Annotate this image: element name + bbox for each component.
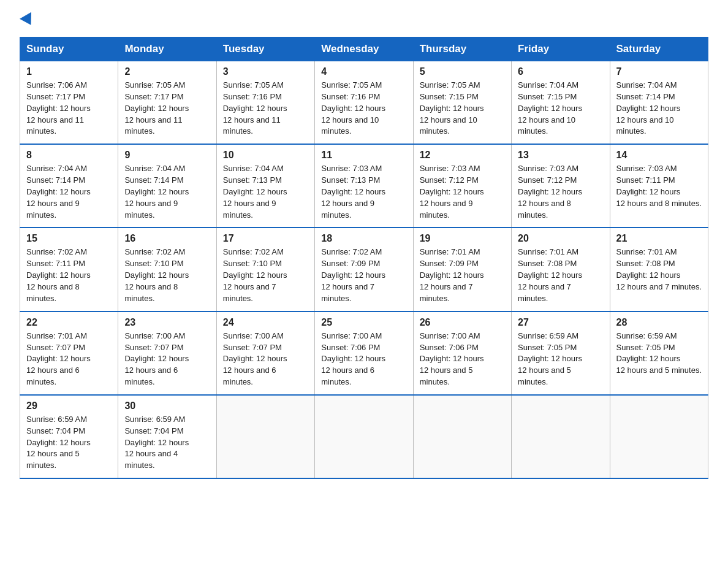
day-info: Sunrise: 7:01 AMSunset: 7:09 PMDaylight:… (420, 247, 484, 302)
calendar-day-cell: 8 Sunrise: 7:04 AMSunset: 7:14 PMDayligh… (20, 144, 118, 228)
day-info: Sunrise: 7:04 AMSunset: 7:13 PMDaylight:… (223, 164, 287, 219)
day-info: Sunrise: 7:03 AMSunset: 7:12 PMDaylight:… (420, 164, 484, 219)
calendar-day-cell: 2 Sunrise: 7:05 AMSunset: 7:17 PMDayligh… (118, 61, 216, 145)
calendar-day-cell: 3 Sunrise: 7:05 AMSunset: 7:16 PMDayligh… (216, 61, 314, 145)
day-info: Sunrise: 7:00 AMSunset: 7:07 PMDaylight:… (223, 331, 287, 386)
calendar-day-cell: 20 Sunrise: 7:01 AMSunset: 7:08 PMDaylig… (512, 228, 610, 311)
calendar-day-cell: 5 Sunrise: 7:05 AMSunset: 7:15 PMDayligh… (413, 61, 511, 145)
calendar-header-row: SundayMondayTuesdayWednesdayThursdayFrid… (20, 37, 708, 61)
header-sunday: Sunday (20, 37, 118, 61)
calendar-day-cell: 11 Sunrise: 7:03 AMSunset: 7:13 PMDaylig… (315, 144, 413, 228)
day-info: Sunrise: 7:05 AMSunset: 7:15 PMDaylight:… (420, 80, 484, 136)
calendar-week-row: 29 Sunrise: 6:59 AMSunset: 7:04 PMDaylig… (20, 395, 708, 478)
day-info: Sunrise: 7:02 AMSunset: 7:10 PMDaylight:… (124, 247, 189, 302)
day-number: 29 (26, 400, 112, 412)
calendar-day-cell: 27 Sunrise: 6:59 AMSunset: 7:05 PMDaylig… (512, 312, 610, 395)
day-info: Sunrise: 7:00 AMSunset: 7:07 PMDaylight:… (124, 331, 189, 386)
day-number: 8 (26, 150, 112, 161)
day-number: 14 (616, 150, 702, 161)
day-info: Sunrise: 6:59 AMSunset: 7:05 PMDaylight:… (518, 331, 582, 386)
day-info: Sunrise: 7:05 AMSunset: 7:16 PMDaylight:… (321, 80, 385, 136)
calendar-day-cell: 6 Sunrise: 7:04 AMSunset: 7:15 PMDayligh… (512, 61, 610, 145)
day-number: 6 (518, 66, 603, 77)
day-number: 19 (420, 233, 505, 244)
calendar-day-cell: 21 Sunrise: 7:01 AMSunset: 7:08 PMDaylig… (610, 228, 708, 311)
header-wednesday: Wednesday (315, 37, 413, 61)
header-friday: Friday (512, 37, 610, 61)
day-number: 2 (124, 66, 210, 77)
day-number: 4 (321, 66, 406, 77)
day-number: 30 (124, 400, 210, 412)
calendar-day-cell: 10 Sunrise: 7:04 AMSunset: 7:13 PMDaylig… (216, 144, 314, 228)
calendar-day-cell: 9 Sunrise: 7:04 AMSunset: 7:14 PMDayligh… (118, 144, 216, 228)
day-number: 13 (518, 150, 603, 161)
day-number: 24 (223, 317, 308, 328)
calendar-day-cell (512, 395, 610, 478)
calendar-day-cell: 24 Sunrise: 7:00 AMSunset: 7:07 PMDaylig… (216, 312, 314, 395)
calendar-week-row: 1 Sunrise: 7:06 AMSunset: 7:17 PMDayligh… (20, 61, 708, 145)
day-number: 9 (124, 150, 210, 161)
calendar-day-cell: 23 Sunrise: 7:00 AMSunset: 7:07 PMDaylig… (118, 312, 216, 395)
day-info: Sunrise: 7:00 AMSunset: 7:06 PMDaylight:… (420, 331, 484, 386)
day-info: Sunrise: 7:02 AMSunset: 7:10 PMDaylight:… (223, 247, 287, 302)
calendar-day-cell: 15 Sunrise: 7:02 AMSunset: 7:11 PMDaylig… (20, 228, 118, 311)
day-number: 18 (321, 233, 406, 244)
day-info: Sunrise: 7:04 AMSunset: 7:14 PMDaylight:… (616, 80, 681, 136)
calendar-day-cell: 18 Sunrise: 7:02 AMSunset: 7:09 PMDaylig… (315, 228, 413, 311)
calendar-table: SundayMondayTuesdayWednesdayThursdayFrid… (20, 37, 708, 479)
day-number: 17 (223, 233, 308, 244)
day-info: Sunrise: 7:02 AMSunset: 7:09 PMDaylight:… (321, 247, 385, 302)
calendar-week-row: 8 Sunrise: 7:04 AMSunset: 7:14 PMDayligh… (20, 144, 708, 228)
header-monday: Monday (118, 37, 216, 61)
day-number: 22 (26, 317, 112, 328)
day-number: 5 (420, 66, 505, 77)
day-number: 26 (420, 317, 505, 328)
day-number: 20 (518, 233, 603, 244)
header-saturday: Saturday (610, 37, 708, 61)
day-number: 25 (321, 317, 406, 328)
logo-triangle-icon (20, 12, 37, 29)
day-info: Sunrise: 7:02 AMSunset: 7:11 PMDaylight:… (26, 247, 91, 302)
day-info: Sunrise: 7:04 AMSunset: 7:14 PMDaylight:… (124, 164, 189, 219)
calendar-day-cell: 28 Sunrise: 6:59 AMSunset: 7:05 PMDaylig… (610, 312, 708, 395)
calendar-day-cell: 17 Sunrise: 7:02 AMSunset: 7:10 PMDaylig… (216, 228, 314, 311)
calendar-day-cell (216, 395, 314, 478)
day-info: Sunrise: 6:59 AMSunset: 7:04 PMDaylight:… (124, 415, 189, 470)
header-thursday: Thursday (413, 37, 511, 61)
day-number: 3 (223, 66, 308, 77)
header-tuesday: Tuesday (216, 37, 314, 61)
day-info: Sunrise: 7:01 AMSunset: 7:08 PMDaylight:… (518, 247, 582, 302)
calendar-day-cell: 22 Sunrise: 7:01 AMSunset: 7:07 PMDaylig… (20, 312, 118, 395)
day-number: 28 (616, 317, 702, 328)
day-info: Sunrise: 7:03 AMSunset: 7:12 PMDaylight:… (518, 164, 582, 219)
page-header (20, 15, 708, 26)
logo (20, 15, 35, 26)
calendar-day-cell: 30 Sunrise: 6:59 AMSunset: 7:04 PMDaylig… (118, 395, 216, 478)
calendar-day-cell: 13 Sunrise: 7:03 AMSunset: 7:12 PMDaylig… (512, 144, 610, 228)
day-number: 11 (321, 150, 406, 161)
day-number: 12 (420, 150, 505, 161)
day-number: 15 (26, 233, 112, 244)
calendar-day-cell: 12 Sunrise: 7:03 AMSunset: 7:12 PMDaylig… (413, 144, 511, 228)
day-number: 1 (26, 66, 112, 77)
day-info: Sunrise: 7:05 AMSunset: 7:16 PMDaylight:… (223, 80, 287, 136)
calendar-week-row: 22 Sunrise: 7:01 AMSunset: 7:07 PMDaylig… (20, 312, 708, 395)
day-info: Sunrise: 7:00 AMSunset: 7:06 PMDaylight:… (321, 331, 385, 386)
day-number: 7 (616, 66, 702, 77)
day-info: Sunrise: 6:59 AMSunset: 7:05 PMDaylight:… (616, 331, 702, 375)
calendar-day-cell: 29 Sunrise: 6:59 AMSunset: 7:04 PMDaylig… (20, 395, 118, 478)
day-info: Sunrise: 7:04 AMSunset: 7:14 PMDaylight:… (26, 164, 91, 219)
day-number: 27 (518, 317, 603, 328)
calendar-day-cell: 19 Sunrise: 7:01 AMSunset: 7:09 PMDaylig… (413, 228, 511, 311)
day-info: Sunrise: 7:04 AMSunset: 7:15 PMDaylight:… (518, 80, 582, 136)
day-info: Sunrise: 7:01 AMSunset: 7:08 PMDaylight:… (616, 247, 702, 291)
day-number: 16 (124, 233, 210, 244)
calendar-day-cell: 7 Sunrise: 7:04 AMSunset: 7:14 PMDayligh… (610, 61, 708, 145)
calendar-day-cell: 14 Sunrise: 7:03 AMSunset: 7:11 PMDaylig… (610, 144, 708, 228)
day-number: 10 (223, 150, 308, 161)
calendar-day-cell (610, 395, 708, 478)
calendar-day-cell: 4 Sunrise: 7:05 AMSunset: 7:16 PMDayligh… (315, 61, 413, 145)
calendar-day-cell (413, 395, 511, 478)
day-info: Sunrise: 7:05 AMSunset: 7:17 PMDaylight:… (124, 80, 189, 136)
day-number: 23 (124, 317, 210, 328)
